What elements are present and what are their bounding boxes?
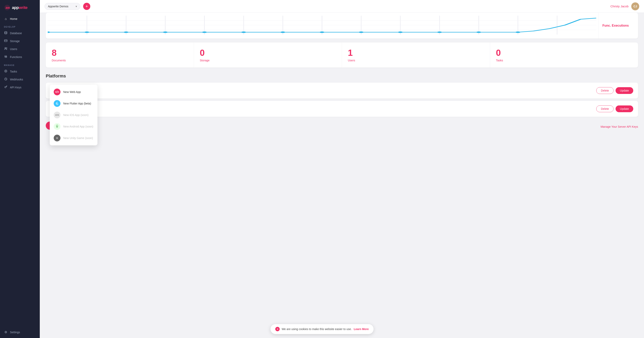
platforms-container: </> New Web App New Flutter App (beta) i… — [46, 83, 638, 117]
android-icon — [54, 123, 60, 130]
cookie-learn-more-link[interactable]: Learn More — [354, 328, 368, 331]
dropdown-item-label: New Web App — [63, 90, 81, 94]
dropdown-item-web[interactable]: </> New Web App — [50, 86, 98, 98]
platforms-section: Platforms </> New Web App — [46, 73, 638, 130]
dropdown-item-label: New Android App (soon) — [63, 125, 93, 128]
flutter-icon — [54, 100, 60, 107]
unity-icon: U — [54, 135, 60, 141]
cookie-close-button[interactable]: ✕ — [275, 327, 280, 331]
web-app-icon: </> — [54, 89, 60, 95]
dropdown-item-label: New Unity Game (soon) — [63, 137, 93, 140]
ios-icon: iOS — [54, 112, 60, 118]
cookie-banner: ✕ We are using cookies to make this webs… — [270, 324, 374, 334]
cookie-message: We are using cookies to make this websit… — [282, 328, 352, 331]
dropdown-item-android: New Android App (soon) — [50, 121, 98, 132]
add-platform-dropdown: </> New Web App New Flutter App (beta) i… — [50, 85, 98, 145]
content-area: Func. Executions 8 Documents 0 Storage 1… — [40, 13, 644, 338]
main-content: Appwrite Demos ▾ + Christy Jacob CJ — [40, 0, 644, 338]
dropdown-item-flutter[interactable]: New Flutter App (beta) — [50, 98, 98, 109]
dropdown-item-ios: iOS New iOS App (soon) — [50, 109, 98, 121]
dropdown-item-label: New iOS App (soon) — [63, 113, 88, 117]
dropdown-item-unity: U New Unity Game (soon) — [50, 132, 98, 144]
dropdown-overlay[interactable] — [40, 0, 644, 338]
dropdown-item-label: New Flutter App (beta) — [63, 102, 91, 105]
